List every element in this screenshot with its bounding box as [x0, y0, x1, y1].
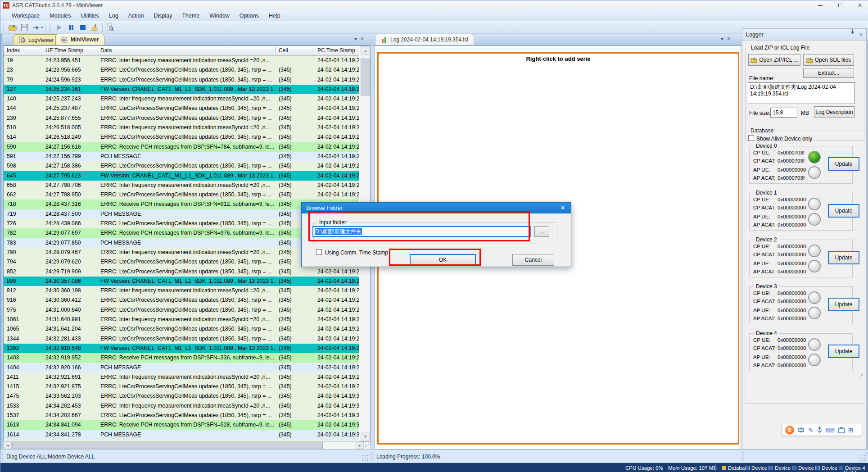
table-row[interactable]: 153724:34.202.667ERRC: LteCsrProcessServ… [4, 411, 359, 420]
chart-panel-close-icon[interactable]: × [727, 36, 730, 42]
dialog-close-icon[interactable]: ✕ [558, 203, 567, 213]
window-resize-grip[interactable] [859, 455, 865, 461]
tab-miniviewer[interactable]: ML MiniViewer [55, 34, 104, 45]
table-row[interactable]: 65824:27.798.706ERRC: Inter frequency me… [4, 181, 359, 190]
pause-button[interactable] [66, 22, 77, 33]
status-grip[interactable] [362, 455, 368, 461]
menu-utilities[interactable]: Utilities [76, 10, 104, 21]
column-header-index[interactable]: Index [4, 46, 42, 56]
table-row[interactable]: 97524:31.000.640ERRC: LteCsrProcessServi… [4, 305, 359, 315]
table-row[interactable]: 1924:23.956.451ERRC: Inter frequency mea… [4, 56, 359, 65]
keyboard-icon[interactable]: ⌨ [826, 427, 835, 433]
input-folder-field[interactable]: D:\桌面\新建文件夹 [312, 226, 531, 237]
open-zip-button[interactable]: Open ZIP/ICL ... [748, 54, 800, 66]
comm-timestamp-checkbox[interactable] [316, 249, 322, 255]
extract-button[interactable]: Extract... [803, 68, 854, 78]
clean-button[interactable] [89, 22, 100, 33]
table-row[interactable]: 134424:32.281.433ERRC: LteCsrProcessServ… [4, 334, 359, 344]
table-row[interactable]: 91224:30.360.198ERRC: Inter frequency me… [4, 286, 359, 295]
menu-modules[interactable]: Modules [45, 10, 76, 21]
grid-icon[interactable]: ⊞ [848, 427, 854, 433]
vertical-scroll-thumb[interactable] [361, 59, 370, 95]
left-panel-close-icon[interactable]: × [361, 36, 364, 42]
close-button[interactable]: ✕ [854, 1, 866, 9]
toolbox-icon[interactable] [838, 427, 845, 433]
table-row[interactable]: 141124:32.921.691ERRC: Inter frequency m… [4, 372, 359, 382]
sogou-logo-icon[interactable]: S [785, 426, 794, 435]
open-log-button[interactable] [7, 22, 18, 33]
logger-resize-grip[interactable] [859, 373, 863, 378]
column-header-ue-time[interactable]: UE Time Stamp [42, 46, 97, 56]
menu-theme[interactable]: Theme [177, 10, 204, 21]
table-row[interactable]: 51024:26.518.005ERRC: Inter frequency me… [4, 123, 359, 132]
menu-log[interactable]: Log [104, 10, 123, 21]
menu-help[interactable]: Help [264, 10, 285, 21]
punctuation-mode-icon[interactable]: ✎ [808, 427, 814, 433]
table-row[interactable]: 66224:27.798.950ERRC: LteCsrProcessServi… [4, 190, 359, 200]
chart-panel-menu-chevron-icon[interactable]: ▾ [721, 36, 723, 42]
menu-workspace[interactable]: Workspace [7, 10, 45, 21]
file-name-box[interactable]: D:\桌面\新建文件夹\Log 2024-02-04 14;19;19.354.… [748, 82, 855, 104]
table-row[interactable]: 2324:23.956.665ERRC: LteCsrProcessServin… [4, 65, 359, 75]
show-alive-checkbox[interactable] [748, 135, 754, 141]
update-button[interactable]: Update [828, 345, 859, 358]
toolbar-grip[interactable] [3, 23, 5, 32]
table-row[interactable]: 141524:32.921.875ERRC: LteCsrProcessServ… [4, 382, 359, 391]
table-row[interactable]: 7924:24.596.923ERRC: LteCsrProcessServin… [4, 75, 359, 85]
table-row[interactable]: 85224:29.719.909ERRC: LteCsrProcessServi… [4, 267, 359, 277]
column-header-data[interactable]: Data [97, 46, 276, 56]
save-button[interactable] [19, 22, 30, 33]
table-row[interactable]: 23024:25.877.655ERRC: LteCsrProcessServi… [4, 113, 359, 123]
toolbar-overflow-chevron[interactable]: ▾ [41, 25, 43, 30]
table-row[interactable]: 59024:27.156.616ERRC: Receive PCH messag… [4, 142, 359, 152]
taskbar-item-device-0[interactable]: Device 0 [745, 463, 772, 472]
logger-close-icon[interactable]: × [859, 29, 863, 41]
table-row[interactable]: 161324:34.841.094ERRC: Receive PCH messa… [4, 420, 359, 430]
table-row[interactable]: 147524:33.562.103ERRC: LteCsrProcessServ… [4, 391, 359, 401]
cancel-button[interactable]: Cancel [512, 254, 554, 266]
menu-action[interactable]: Action [123, 10, 149, 21]
import-button[interactable] [31, 22, 41, 33]
tab-logviewer[interactable]: LogViewer [13, 34, 59, 45]
table-row[interactable]: 12724:25.234.161FW Version: CRANEL_CAT1_… [4, 85, 359, 94]
taskbar-item-device-2[interactable]: Device 2 [792, 463, 818, 472]
column-header-pc-time[interactable]: PC Time Stamp [314, 46, 359, 56]
ok-button[interactable]: OK [410, 254, 476, 266]
maximize-button[interactable] [834, 1, 846, 9]
minimize-button[interactable] [814, 1, 826, 9]
tab-chart-document[interactable]: Log 2024-02-04 14;19;19.354.icl [375, 34, 474, 45]
table-row[interactable]: 64524:27.795.623FW Version: CRANEL_CAT1_… [4, 171, 359, 181]
scroll-down-icon[interactable]: ▾ [361, 432, 370, 440]
taskbar-item-device-3[interactable]: Device 3 [815, 463, 842, 472]
chinese-mode-icon[interactable] [797, 426, 805, 434]
table-row[interactable]: 14424:25.237.487ERRC: LteCsrProcessServi… [4, 104, 359, 113]
menu-display[interactable]: Display [149, 10, 177, 21]
log-description-button[interactable]: Log Description [814, 106, 854, 118]
table-row[interactable]: 14024:25.237.243ERRC: Inter frequency me… [4, 94, 359, 104]
table-row[interactable]: 161424:34.841.278PCH MESSAGE(345)24-02-0… [4, 430, 359, 440]
table-row[interactable]: 140324:32.919.952ERRC: Receive PCH messa… [4, 353, 359, 363]
table-row[interactable]: 59124:27.156.799PCH MESSAGE(345)24-02-04… [4, 152, 359, 161]
file-size-box[interactable]: 15.8 [770, 108, 797, 118]
table-row[interactable]: 89924:30.357.086FW Version: CRANEL_CAT1_… [4, 277, 359, 286]
update-button[interactable]: Update [828, 204, 859, 218]
play-button[interactable] [54, 22, 65, 33]
update-button[interactable]: Update [828, 251, 859, 264]
scroll-right-icon[interactable]: ▸ [356, 442, 364, 449]
horizontal-scroll-thumb[interactable] [12, 442, 323, 449]
table-row[interactable]: 139224:32.918.548FW Version: CRANEL_CAT1… [4, 344, 359, 353]
table-row[interactable]: 51424:26.518.249ERRC: LteCsrProcessServi… [4, 132, 359, 142]
table-row[interactable]: 59824:27.158.386ERRC: LteCsrProcessServi… [4, 161, 359, 171]
mic-icon[interactable] [817, 426, 823, 434]
scrollbar-grip[interactable] [365, 443, 369, 448]
pin-icon[interactable] [850, 29, 855, 34]
menu-window[interactable]: Window [204, 10, 234, 21]
log-search-button[interactable] [105, 22, 116, 33]
column-header-cell[interactable]: Cell [276, 46, 314, 56]
dialog-title-bar[interactable]: Browse Folder ✕ [302, 203, 571, 213]
browse-button[interactable]: ... [534, 226, 549, 237]
stop-button[interactable] [77, 22, 88, 33]
update-button[interactable]: Update [828, 157, 859, 171]
table-row[interactable]: 91624:30.360.412ERRC: LteCsrProcessServi… [4, 295, 359, 305]
menu-options[interactable]: Options [235, 10, 264, 21]
